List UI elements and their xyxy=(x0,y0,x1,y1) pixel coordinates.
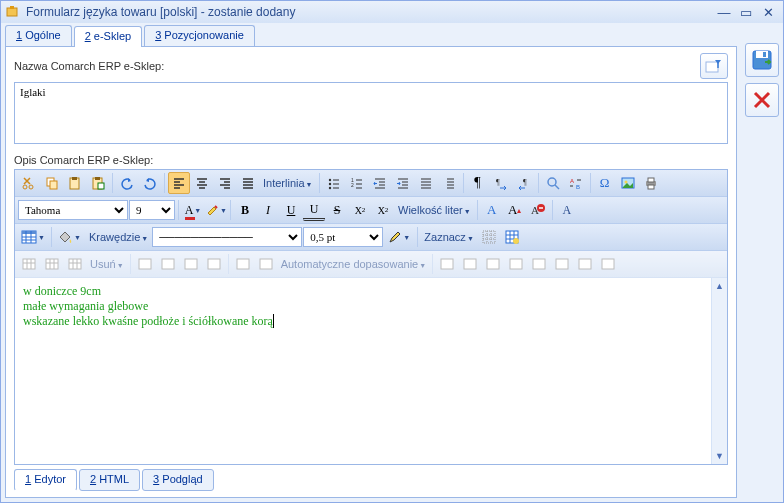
bottom-tabs: 1 Edytor 2 HTML 3 Podgląd xyxy=(14,469,728,491)
delete-dropdown[interactable]: Usuń▼ xyxy=(87,258,127,270)
fill-color-icon[interactable]: ▼ xyxy=(55,226,85,248)
tbl-btn-4[interactable] xyxy=(134,253,156,275)
clear-format-icon[interactable]: A xyxy=(527,199,549,221)
maximize-button[interactable]: ▭ xyxy=(735,3,757,21)
paste-special-icon[interactable] xyxy=(87,172,109,194)
indent-decrease-icon[interactable] xyxy=(369,172,391,194)
line-height-dropdown[interactable]: Interlinia▼ xyxy=(260,177,316,189)
align-left-icon[interactable] xyxy=(168,172,190,194)
tab-ogolne[interactable]: 1 Ogólne xyxy=(5,25,72,46)
scroll-down-icon[interactable]: ▼ xyxy=(712,448,727,464)
tbl-btn-12[interactable] xyxy=(482,253,504,275)
bold-icon[interactable]: B xyxy=(234,199,256,221)
double-underline-icon[interactable]: U xyxy=(303,199,325,221)
svg-rect-44 xyxy=(464,259,476,269)
tbl-btn-7[interactable] xyxy=(203,253,225,275)
scroll-up-icon[interactable]: ▲ xyxy=(712,278,727,294)
italic-icon[interactable]: I xyxy=(257,199,279,221)
tbl-btn-15[interactable] xyxy=(551,253,573,275)
select-dropdown[interactable]: Zaznacz▼ xyxy=(421,231,477,243)
underline-icon[interactable]: U xyxy=(280,199,302,221)
top-tabs: 1 Ogólne 2 e-Sklep 3 Pozycjonowanie xyxy=(5,25,737,47)
window-title: Formularz języka towaru [polski] - zosta… xyxy=(26,5,295,19)
replace-icon[interactable]: AB xyxy=(565,172,587,194)
tbl-btn-10[interactable] xyxy=(436,253,458,275)
superscript-icon[interactable]: X2 xyxy=(372,199,394,221)
cut-icon[interactable] xyxy=(18,172,40,194)
text-case-dropdown[interactable]: Wielkość liter▼ xyxy=(395,204,474,216)
symbol-icon[interactable]: Ω xyxy=(594,172,616,194)
autofit-dropdown[interactable]: Automatyczne dopasowanie▼ xyxy=(278,258,430,270)
tab-html[interactable]: 2 HTML xyxy=(79,469,140,491)
tbl-btn-14[interactable] xyxy=(528,253,550,275)
copy-icon[interactable] xyxy=(41,172,63,194)
tbl-btn-5[interactable] xyxy=(157,253,179,275)
subscript-icon[interactable]: X2 xyxy=(349,199,371,221)
tab-esklep[interactable]: 2 e-Sklep xyxy=(74,26,142,47)
insert-button[interactable] xyxy=(700,53,728,79)
font-size-select[interactable]: 9 xyxy=(129,200,175,220)
rtl-icon[interactable]: ¶ xyxy=(513,172,535,194)
editor-content[interactable]: w doniczce 9cm małe wymagania glebowe ws… xyxy=(15,278,711,464)
indent-icon[interactable] xyxy=(438,172,460,194)
save-button[interactable] xyxy=(745,43,779,77)
svg-point-3 xyxy=(23,185,27,189)
align-right-icon[interactable] xyxy=(214,172,236,194)
border-weight-select[interactable]: 0,5 pt xyxy=(303,227,383,247)
print-icon[interactable] xyxy=(640,172,662,194)
redo-icon[interactable] xyxy=(139,172,161,194)
minimize-button[interactable]: — xyxy=(713,3,735,21)
pen-color-icon[interactable]: ▼ xyxy=(384,226,414,248)
align-justify-icon[interactable] xyxy=(237,172,259,194)
outdent-icon[interactable] xyxy=(415,172,437,194)
tbl-btn-13[interactable] xyxy=(505,253,527,275)
tbl-btn-9[interactable] xyxy=(255,253,277,275)
svg-rect-39 xyxy=(185,259,197,269)
font-color-icon[interactable]: A▼ xyxy=(182,199,204,221)
tab-edytor[interactable]: 1 Edytor xyxy=(14,469,77,491)
svg-text:2: 2 xyxy=(351,182,354,188)
table-insert-icon[interactable]: ▼ xyxy=(18,226,48,248)
find-icon[interactable] xyxy=(542,172,564,194)
tbl-btn-17[interactable] xyxy=(597,253,619,275)
svg-rect-40 xyxy=(208,259,220,269)
list-bullets-icon[interactable] xyxy=(323,172,345,194)
svg-rect-49 xyxy=(579,259,591,269)
cancel-button[interactable] xyxy=(745,83,779,117)
tbl-btn-6[interactable] xyxy=(180,253,202,275)
style-a-icon[interactable]: A xyxy=(556,199,578,221)
border-style-select[interactable]: ──────────── xyxy=(152,227,302,247)
tbl-btn-2[interactable] xyxy=(41,253,63,275)
name-input[interactable]: Iglaki xyxy=(14,82,728,144)
tbl-btn-1[interactable] xyxy=(18,253,40,275)
indent-increase-icon[interactable] xyxy=(392,172,414,194)
tbl-btn-8[interactable] xyxy=(232,253,254,275)
tbl-btn-11[interactable] xyxy=(459,253,481,275)
tbl-btn-16[interactable] xyxy=(574,253,596,275)
close-window-button[interactable]: ✕ xyxy=(757,3,779,21)
table-props-icon[interactable] xyxy=(501,226,523,248)
editor-scrollbar[interactable]: ▲ ▼ xyxy=(711,278,727,464)
font-name-select[interactable]: Tahoma xyxy=(18,200,128,220)
tbl-btn-3[interactable] xyxy=(64,253,86,275)
font-grow-icon[interactable]: A▴ xyxy=(504,199,526,221)
svg-rect-45 xyxy=(487,259,499,269)
pilcrow-icon[interactable]: ¶ xyxy=(467,172,489,194)
highlight-icon[interactable]: ▼ xyxy=(205,199,227,221)
desc-label: Opis Comarch ERP e-Sklep: xyxy=(14,154,728,166)
borders-dropdown[interactable]: Krawędzie▼ xyxy=(86,231,151,243)
strikethrough-icon[interactable]: S xyxy=(326,199,348,221)
font-style-a-icon[interactable]: A xyxy=(481,199,503,221)
paste-icon[interactable] xyxy=(64,172,86,194)
list-numbered-icon[interactable]: 12 xyxy=(346,172,368,194)
tab-podglad[interactable]: 3 Podgląd xyxy=(142,469,214,491)
titlebar: Formularz języka towaru [polski] - zosta… xyxy=(1,1,783,23)
tab-pozycjonowanie[interactable]: 3 Pozycjonowanie xyxy=(144,25,255,46)
ltr-icon[interactable]: ¶ xyxy=(490,172,512,194)
toolbar-row-1: Interlinia▼ 12 ¶ ¶ ¶ AB xyxy=(15,170,727,197)
align-center-icon[interactable] xyxy=(191,172,213,194)
grid-icon[interactable] xyxy=(478,226,500,248)
toolbar-row-2: Tahoma 9 A▼ ▼ B I U U S X2 X2 Wielkość l… xyxy=(15,197,727,224)
image-icon[interactable] xyxy=(617,172,639,194)
undo-icon[interactable] xyxy=(116,172,138,194)
